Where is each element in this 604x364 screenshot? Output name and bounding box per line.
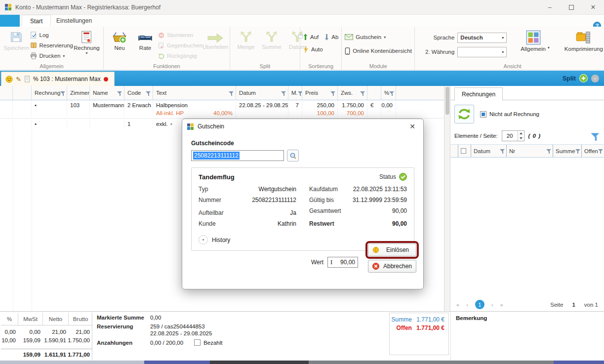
nicht-auf-rechnung-checkbox[interactable]: Nicht auf Rechnung — [480, 111, 539, 118]
column-header[interactable] — [396, 86, 444, 100]
column-header-zws[interactable]: Zws. — [338, 86, 367, 100]
column-header-datum[interactable]: Datum — [236, 86, 288, 100]
refresh-button[interactable] — [454, 105, 474, 123]
drucken-button[interactable]: Drucken ▾ — [30, 51, 73, 60]
filter-icon[interactable] — [575, 148, 581, 154]
gutschein-button[interactable]: Gutschein ▾ — [345, 33, 411, 41]
filter-icon[interactable] — [330, 90, 336, 96]
checkbox-icon[interactable] — [461, 148, 466, 154]
sprache-select[interactable]: Deutsch ▾ — [457, 33, 507, 43]
filter-icon[interactable] — [146, 90, 151, 96]
filter-icon[interactable] — [229, 90, 234, 96]
column-header-rechnung[interactable]: Rechnung — [32, 86, 67, 100]
abbrechen-button[interactable]: Abbrechen — [368, 260, 416, 273]
filter-icon[interactable] — [389, 90, 395, 96]
vertical-scrollbar[interactable] — [444, 86, 450, 311]
bemerkung-panel[interactable]: Bemerkung — [450, 312, 604, 361]
close-button[interactable]: ✕ — [582, 0, 604, 14]
next-page-button[interactable]: › — [491, 302, 493, 308]
account-tab[interactable]: ✎ % 103 : Mustermann Max — [1, 72, 115, 86]
log-button[interactable]: Log — [30, 31, 73, 40]
collapse-split-icon[interactable]: ‹ — [591, 75, 599, 82]
filter-icon[interactable] — [500, 148, 505, 154]
column-header[interactable] — [13, 86, 32, 100]
ansicht-allgemein-caret[interactable]: ▾ — [548, 45, 550, 50]
minimize-button[interactable]: – — [539, 0, 561, 14]
filter-icon[interactable] — [360, 90, 365, 96]
waehrung-select[interactable]: ▾ — [457, 47, 507, 57]
sort-ab-button[interactable]: Ab — [324, 33, 338, 41]
einloesen-button[interactable]: Einlösen — [368, 243, 416, 256]
exkl-dropdown-caret[interactable]: ▾ — [170, 122, 172, 126]
last-page-button[interactable]: » — [500, 302, 503, 308]
filter-icon[interactable] — [117, 90, 122, 96]
online-kontenuebersicht-button[interactable]: Online Kontenübersicht — [345, 46, 411, 55]
column-header-zimmer[interactable]: Zimmer — [67, 86, 90, 100]
filter-icon[interactable] — [598, 148, 604, 154]
maximize-button[interactable] — [561, 0, 582, 14]
log-icon — [30, 32, 37, 39]
sort-auto-button[interactable]: Auto — [303, 45, 338, 54]
app-menu-button[interactable] — [0, 15, 20, 27]
reservierung-button[interactable]: Reservierung — [30, 41, 73, 50]
column-header-pct[interactable]: % — [381, 86, 396, 100]
bezahlt-checkbox[interactable] — [194, 339, 201, 346]
column-header-offen[interactable]: Offen — [582, 145, 604, 157]
filter-icon[interactable] — [281, 90, 286, 96]
column-header[interactable] — [0, 86, 13, 100]
rueckgaengig-button[interactable]: Rückgängig — [158, 51, 202, 60]
gutschein-dropdown-caret[interactable]: ▾ — [384, 35, 386, 40]
speichern-button[interactable]: Speichern — [3, 29, 30, 52]
current-page-button[interactable]: 1 — [475, 300, 484, 309]
split-summe-button[interactable]: Summe — [259, 29, 284, 51]
drucken-dropdown-caret[interactable]: ▾ — [63, 54, 65, 58]
lookup-button[interactable] — [287, 150, 299, 162]
gutscheincode-input[interactable]: 25082213111112 — [191, 150, 284, 161]
stepper-down[interactable] — [518, 136, 524, 141]
prev-page-button[interactable]: ‹ — [466, 302, 468, 308]
wert-input[interactable]: I 90,00 — [327, 257, 358, 268]
filter-icon[interactable] — [60, 90, 66, 96]
rate-button[interactable]: Rate — [132, 29, 158, 52]
dialog-close-button[interactable]: ✕ — [406, 122, 418, 130]
table-row[interactable]: • 103 Mustermann 2 Erwach Halbpension 22… — [0, 100, 444, 119]
column-header-nr[interactable]: Nr — [507, 145, 553, 157]
column-header-code[interactable]: Code — [124, 86, 153, 100]
rechnung-dropdown-caret[interactable]: ▾ — [85, 52, 87, 54]
column-header-summe[interactable]: Summe — [553, 145, 582, 157]
first-page-button[interactable]: « — [456, 302, 459, 308]
column-header-m[interactable]: M. — [288, 86, 302, 100]
column-header[interactable] — [450, 145, 458, 157]
pencil-icon: ✎ — [16, 76, 21, 83]
neu-button[interactable]: Neu — [107, 29, 132, 52]
column-header-preis[interactable]: Preis — [302, 86, 338, 100]
tab-einstellungen[interactable]: Einstellungen — [48, 15, 100, 27]
column-header-name[interactable]: Name — [90, 86, 124, 100]
filter-icon[interactable] — [546, 148, 552, 154]
refresh-icon — [457, 107, 472, 121]
panel-filter-icon[interactable] — [591, 131, 600, 141]
column-header-datum[interactable]: Datum — [471, 145, 507, 157]
split-menge-button[interactable]: Menge — [233, 29, 259, 51]
komprimierung-button[interactable]: Komprimierung — [563, 29, 604, 53]
column-header-select[interactable] — [458, 145, 471, 157]
tab-rechnungen[interactable]: Rechnungen — [454, 87, 503, 101]
dialog-title-bar[interactable]: Gutschein ✕ — [182, 119, 423, 134]
sort-auf-button[interactable]: Auf — [303, 33, 319, 41]
restwert-value: 90,00 — [392, 220, 407, 227]
ansicht-allgemein-button[interactable]: Allgemein — [519, 29, 548, 53]
stepper-up[interactable] — [518, 131, 524, 136]
elemente-stepper[interactable]: 20 — [502, 130, 524, 141]
history-label: History — [212, 237, 230, 243]
filter-icon[interactable] — [298, 90, 302, 96]
tab-start[interactable]: Start — [22, 15, 51, 27]
column-header[interactable] — [367, 86, 381, 100]
stornieren-button[interactable]: Stornieren — [158, 31, 202, 40]
forward-arrow-icon — [207, 33, 224, 43]
add-split-icon[interactable] — [579, 74, 588, 82]
gegenbuchen-button[interactable]: Gegenbuchen — [158, 41, 202, 50]
rechnung-button[interactable]: Rechnung ▾ — [73, 29, 100, 56]
ueberleiten-button[interactable]: Überleiten — [202, 29, 228, 51]
scrollbar-thumb[interactable] — [445, 87, 449, 115]
column-header-text[interactable]: Text — [153, 86, 236, 100]
